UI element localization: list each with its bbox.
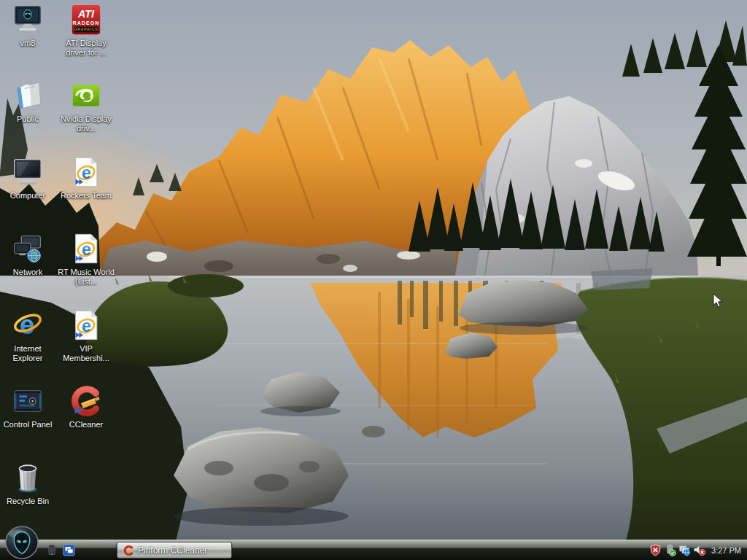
desktop-icon-label: ATI Display driver for ... [57, 39, 115, 58]
desktop-icon-computer[interactable]: Computer [0, 155, 55, 201]
desktop-icon-network[interactable]: Network [0, 232, 55, 277]
desktop-icon-label: Public [17, 114, 39, 124]
alienware-monitor-icon [11, 3, 44, 36]
ie-document-icon: e [69, 232, 103, 265]
desktop-icon-control-panel[interactable]: Control Panel [0, 384, 55, 429]
network-computers-icon [11, 232, 44, 265]
svg-text:e: e [82, 163, 91, 182]
svg-text:e: e [82, 240, 91, 259]
desktop-icon-label: Control Panel [4, 420, 53, 429]
desktop-icon-label: Recycle Bin [7, 497, 49, 506]
desktop-icon-label: RT Music World (List... [57, 268, 115, 287]
taskbar-button-piriform-ccleaner[interactable]: Piriform CCleaner [117, 542, 232, 559]
desktop-icon-recycle-bin[interactable]: Recycle Bin [0, 461, 55, 506]
desktop-icon-vm8[interactable]: vm8 [0, 3, 55, 48]
desktop-icon-rt-music-world[interactable]: e RT Music World (List... [57, 232, 115, 287]
svg-text:e: e [82, 316, 91, 335]
recycle-bin-icon [11, 461, 44, 494]
desktop-icon-label: Internet Explorer [0, 344, 55, 363]
start-button[interactable] [5, 526, 39, 559]
desktop-icon-ati-display-driver[interactable]: ATI RADEON GRAPHICS ATI Display driver f… [57, 3, 115, 58]
network-tray-icon[interactable] [678, 544, 691, 556]
taskbar: Piriform CCleaner [0, 540, 747, 560]
ie-document-icon: e [69, 155, 103, 189]
volume-muted-icon[interactable] [693, 544, 705, 556]
desktop-icon-label: Computer [10, 191, 45, 201]
desktop-icon-ccleaner[interactable]: CCleaner [57, 384, 115, 429]
public-folder-icon [11, 79, 44, 112]
desktop-icon-label: VIP Membershi... [57, 344, 115, 363]
quick-launch-area [45, 540, 75, 560]
desktop-icon-vip-membership[interactable]: e VIP Membershi... [57, 308, 115, 363]
nvidia-logo-icon [69, 79, 103, 112]
desktop-icon-public[interactable]: Public [0, 79, 55, 124]
desktop-icon-label: CCleaner [69, 420, 103, 429]
desktop-icon-label: Rockers Team [61, 191, 112, 201]
desktop-icon-label: Nvidia Display driv... [57, 114, 115, 133]
ati-radeon-logo-icon: ATI RADEON GRAPHICS [69, 3, 103, 36]
desktop-icon-label: Network [13, 268, 42, 277]
ie-document-icon: e [69, 308, 103, 342]
svg-text:ATI: ATI [77, 8, 95, 20]
desktop-icon-internet-explorer[interactable]: e Internet Explorer [0, 308, 55, 363]
taskbar-clock[interactable]: 3:27 PM [711, 546, 745, 555]
computer-monitor-icon [11, 155, 44, 189]
system-tray: 3:27 PM [649, 540, 745, 560]
ccleaner-logo-icon [69, 384, 103, 418]
desktop-icon-label: vm8 [20, 39, 36, 48]
quick-launch-device-icon[interactable] [45, 544, 58, 556]
taskbar-button-label: Piriform CCleaner [138, 545, 207, 556]
desktop-surface[interactable]: vm8 ATI RADEON GRAPHICS ATI Display driv… [0, 0, 747, 560]
desktop-icon-rockers-team[interactable]: e Rockers Team [57, 155, 115, 201]
ccleaner-icon [123, 545, 134, 556]
internet-explorer-icon: e [11, 308, 44, 342]
desktop-icon-nvidia-display-driver[interactable]: Nvidia Display driv... [57, 79, 115, 133]
status-check-icon[interactable] [664, 544, 676, 556]
security-alert-icon[interactable] [649, 544, 662, 556]
control-panel-icon [11, 384, 44, 418]
svg-text:GRAPHICS: GRAPHICS [74, 28, 98, 31]
svg-text:RADEON: RADEON [73, 20, 100, 26]
quick-launch-show-desktop-icon[interactable] [63, 544, 75, 556]
alienware-start-orb-icon [5, 526, 39, 559]
